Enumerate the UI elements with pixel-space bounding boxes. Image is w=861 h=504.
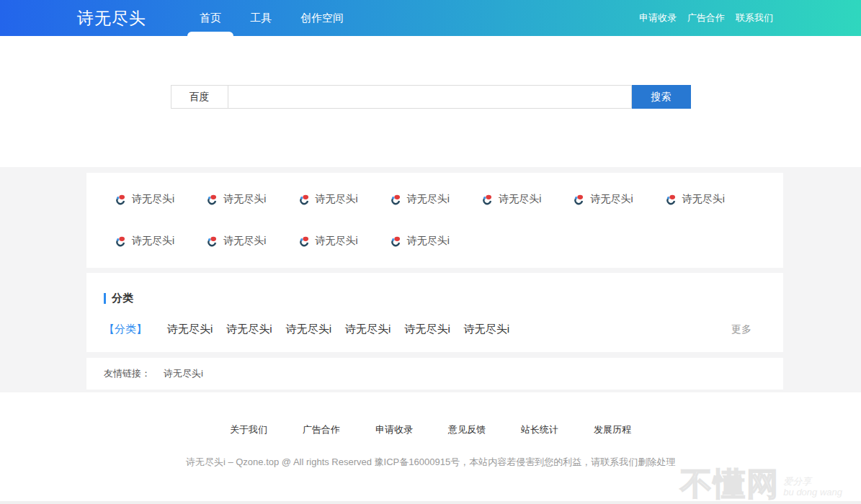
site-link-label: 诗无尽头i [132, 193, 174, 206]
site-link[interactable]: 诗无尽头i [207, 235, 298, 248]
search-button[interactable]: 搜索 [632, 85, 691, 109]
site-link-label: 诗无尽头i [407, 193, 450, 206]
category-link[interactable]: 诗无尽头i [167, 323, 213, 336]
friend-link[interactable]: 诗无尽头i [164, 367, 203, 380]
links-grid-card: 诗无尽头i 诗无尽头i 诗无尽头i 诗无尽头i 诗无尽头i 诗无尽头i 诗无尽头… [86, 173, 783, 268]
site-link[interactable]: 诗无尽头i [574, 193, 665, 206]
site-link[interactable]: 诗无尽头i [391, 235, 482, 248]
active-tab-indicator [187, 32, 233, 36]
category-tag[interactable]: 【分类】 [104, 323, 147, 336]
search-bar: 百度 搜索 [171, 85, 691, 109]
site-link[interactable]: 诗无尽头i [391, 193, 482, 206]
site-favicon-icon [299, 236, 310, 247]
site-link[interactable]: 诗无尽头i [666, 193, 757, 206]
site-link-label: 诗无尽头i [316, 193, 358, 206]
site-logo[interactable]: 诗无尽头 [77, 7, 146, 30]
site-link-label: 诗无尽头i [223, 235, 266, 248]
site-favicon-icon [482, 194, 493, 205]
category-link[interactable]: 诗无尽头i [286, 323, 331, 336]
watermark-sub-en: bu dong wang [783, 487, 842, 498]
footer-link-about[interactable]: 关于我们 [230, 423, 267, 436]
footer-link-stats[interactable]: 站长统计 [521, 423, 558, 436]
more-link[interactable]: 更多 [731, 323, 751, 336]
site-link[interactable]: 诗无尽头i [115, 193, 207, 206]
site-favicon-icon [666, 194, 677, 205]
site-link[interactable]: 诗无尽头i [115, 235, 207, 248]
search-section: 百度 搜索 [0, 36, 861, 167]
category-link[interactable]: 诗无尽头i [345, 323, 391, 336]
site-link-label: 诗无尽头i [590, 193, 633, 206]
site-link-label: 诗无尽头i [682, 193, 725, 206]
apply-inclusion-link[interactable]: 申请收录 [639, 12, 677, 24]
site-link-label: 诗无尽头i [499, 193, 541, 206]
nav-item-home[interactable]: 首页 [191, 0, 230, 36]
site-favicon-icon [115, 194, 126, 205]
watermark-subtitle: 爱分享 bu dong wang [783, 477, 842, 498]
friend-links-label: 友情链接： [104, 367, 151, 380]
watermark-title: 不懂网 [680, 468, 780, 500]
category-section-header: 分类 [104, 292, 766, 305]
ad-cooperation-link[interactable]: 广告合作 [687, 12, 725, 24]
footer: 关于我们 广告合作 申请收录 意见反馈 站长统计 发展历程 诗无尽头i – Qz… [0, 392, 861, 504]
site-link[interactable]: 诗无尽头i [299, 235, 391, 248]
footer-link-apply[interactable]: 申请收录 [375, 423, 413, 436]
site-favicon-icon [391, 194, 401, 205]
footer-link-history[interactable]: 发展历程 [594, 423, 631, 436]
category-card: 分类 【分类】 诗无尽头i 诗无尽头i 诗无尽头i 诗无尽头i 诗无尽头i 诗无… [86, 273, 783, 352]
nav-item-tools-label: 工具 [250, 12, 272, 24]
friend-links-bar: 友情链接： 诗无尽头i [86, 358, 783, 390]
site-link-label: 诗无尽头i [132, 235, 174, 248]
main-content: 诗无尽头i 诗无尽头i 诗无尽头i 诗无尽头i 诗无尽头i 诗无尽头i 诗无尽头… [0, 167, 861, 392]
site-favicon-icon [207, 236, 218, 247]
nav-item-home-label: 首页 [200, 12, 221, 24]
site-link-label: 诗无尽头i [407, 235, 450, 248]
footer-link-feedback[interactable]: 意见反馈 [448, 423, 486, 436]
footer-links: 关于我们 广告合作 申请收录 意见反馈 站长统计 发展历程 [0, 423, 861, 436]
site-favicon-icon [299, 194, 310, 205]
section-title: 分类 [112, 292, 133, 305]
nav-item-creation-space-label: 创作空间 [300, 12, 344, 24]
watermark: 不懂网 爱分享 bu dong wang [680, 468, 842, 500]
category-link[interactable]: 诗无尽头i [464, 323, 509, 336]
contact-us-link[interactable]: 联系我们 [736, 12, 773, 24]
watermark-sub-cn: 爱分享 [783, 477, 842, 487]
site-link[interactable]: 诗无尽头i [299, 193, 391, 206]
search-input[interactable] [228, 85, 632, 109]
site-link[interactable]: 诗无尽头i [207, 193, 298, 206]
category-link[interactable]: 诗无尽头i [404, 323, 450, 336]
nav-item-creation-space[interactable]: 创作空间 [292, 0, 352, 36]
header: 诗无尽头 首页 工具 创作空间 申请收录 广告合作 联系我们 [0, 0, 861, 36]
site-logo-text: 诗无尽头 [77, 9, 146, 27]
footer-link-ads[interactable]: 广告合作 [303, 423, 340, 436]
section-accent-bar [104, 293, 106, 304]
site-link-label: 诗无尽头i [223, 193, 266, 206]
category-row: 【分类】 诗无尽头i 诗无尽头i 诗无尽头i 诗无尽头i 诗无尽头i 诗无尽头i… [104, 323, 766, 336]
category-link[interactable]: 诗无尽头i [226, 323, 272, 336]
site-favicon-icon [207, 194, 218, 205]
header-links: 申请收录 广告合作 联系我们 [639, 12, 773, 24]
nav-item-tools[interactable]: 工具 [241, 0, 280, 36]
site-favicon-icon [391, 236, 401, 247]
main-nav: 首页 工具 创作空间 [191, 0, 364, 36]
search-engine-selector[interactable]: 百度 [171, 85, 228, 109]
bottom-edge [0, 501, 861, 504]
site-favicon-icon [115, 236, 126, 247]
site-link[interactable]: 诗无尽头i [482, 193, 574, 206]
site-link-label: 诗无尽头i [316, 235, 358, 248]
site-favicon-icon [574, 194, 584, 205]
